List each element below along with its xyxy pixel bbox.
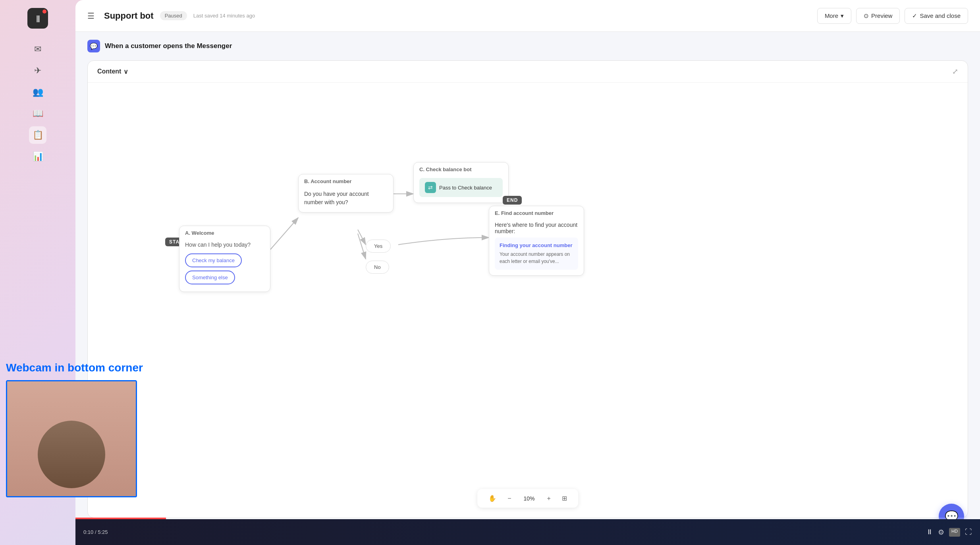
article-card: Finding your account number Your account… <box>495 238 578 270</box>
header: ☰ Support bot Paused Last saved 14 minut… <box>75 0 980 32</box>
no-node: No <box>366 261 389 274</box>
webcam-overlay <box>6 380 137 497</box>
header-actions: More ▾ ⊙ Preview ✓ Save and close <box>817 8 968 24</box>
node-welcome: A. Welcome How can I help you today? Che… <box>179 226 270 292</box>
pause-button[interactable]: ⏸ <box>926 528 933 537</box>
article-body: Your account number appears on each lett… <box>500 251 573 265</box>
video-bottom-bar: 0:10 / 5:25 ⏸ ⚙ HD ⛶ <box>75 519 980 545</box>
welcome-node-body: How can I help you today? Check my balan… <box>179 238 270 292</box>
pass-to-label: Pass to Check balance <box>439 185 492 191</box>
no-button[interactable]: No <box>366 261 389 274</box>
article-title: Finding your account number <box>500 242 573 248</box>
find-account-body: Here's where to find your account number… <box>489 218 584 275</box>
zoom-unit: % <box>530 495 534 502</box>
menu-icon[interactable]: ☰ <box>87 11 95 21</box>
zoom-out-button[interactable]: − <box>504 493 514 504</box>
sidebar-item-campaigns[interactable]: ✈ <box>29 62 46 79</box>
check-balance-header: C. Check balance bot <box>414 162 508 175</box>
hand-tool-button[interactable]: ✋ <box>485 493 500 504</box>
content-header: Content ∨ ⤢ <box>88 61 968 83</box>
preview-button[interactable]: ⊙ Preview <box>856 8 900 24</box>
content-panel: Content ∨ ⤢ <box>87 60 968 518</box>
fullscreen-button[interactable]: ⛶ <box>965 528 972 537</box>
sidebar-item-bots[interactable]: 📋 <box>29 126 46 144</box>
sidebar-item-reports[interactable]: 📊 <box>29 148 46 165</box>
webcam-face <box>7 381 136 496</box>
node-check-balance: C. Check balance bot ⇄ Pass to Check bal… <box>413 162 509 203</box>
preview-circle-icon: ⊙ <box>864 12 869 19</box>
grid-button[interactable]: ⊞ <box>559 493 570 504</box>
bottom-toolbar: ✋ − 10% + ⊞ <box>477 489 578 508</box>
more-chevron-icon: ▾ <box>841 12 844 19</box>
trigger-text: When a customer opens the Messenger <box>105 42 232 50</box>
option-check-balance[interactable]: Check my balance <box>185 253 242 267</box>
video-time: 0:10 / 5:25 <box>83 529 108 535</box>
pass-icon: ⇄ <box>425 182 436 193</box>
expand-icon[interactable]: ⤢ <box>952 67 958 76</box>
sidebar-item-contacts[interactable]: 👥 <box>29 83 46 101</box>
save-close-button[interactable]: ✓ Save and close <box>905 8 968 24</box>
svg-line-1 <box>358 230 366 245</box>
app-logo[interactable] <box>27 8 48 29</box>
more-button[interactable]: More ▾ <box>817 8 851 24</box>
svg-line-2 <box>358 234 366 259</box>
find-account-header: E. Find account number <box>489 206 584 218</box>
find-account-message: Here's where to find your account number… <box>495 222 578 234</box>
hd-badge: HD <box>949 528 960 537</box>
webcam-label: Webcam in bottom corner <box>6 361 143 374</box>
yes-button[interactable]: Yes <box>366 240 391 253</box>
account-node-header: B. Account number <box>299 174 393 187</box>
flow-container: Content ∨ ⤢ <box>75 52 980 538</box>
sidebar-item-knowledge[interactable]: 📖 <box>29 105 46 122</box>
end-badge: END <box>503 196 522 205</box>
yes-node: Yes <box>366 240 391 253</box>
node-account-number: B. Account number Do you have your accou… <box>298 174 394 213</box>
settings-button[interactable]: ⚙ <box>938 528 944 537</box>
welcome-greeting: How can I help you today? <box>185 242 264 248</box>
content-dropdown[interactable]: Content ∨ <box>97 68 128 75</box>
flow-arrows-svg <box>88 83 968 516</box>
more-label: More <box>825 12 838 19</box>
status-badge: Paused <box>160 11 187 20</box>
account-message: Do you have your account number with you… <box>304 190 388 207</box>
notification-dot <box>42 10 46 14</box>
content-label-text: Content <box>97 68 121 75</box>
zoom-value: 10 <box>523 495 530 502</box>
flow-canvas: START A. Welcome How can I help you toda… <box>88 83 968 516</box>
canvas-area: 💬 When a customer opens the Messenger Co… <box>75 32 980 545</box>
account-node-body: Do you have your account number with you… <box>299 187 393 212</box>
preview-label: Preview <box>871 12 892 19</box>
welcome-node-header: A. Welcome <box>179 226 270 238</box>
webcam-person <box>38 421 105 488</box>
trigger-icon: 💬 <box>87 40 100 52</box>
checkmark-icon: ✓ <box>912 12 917 19</box>
pass-to-button[interactable]: ⇄ Pass to Check balance <box>419 178 503 197</box>
sidebar-item-inbox[interactable]: ✉ <box>29 41 46 58</box>
video-controls: ⏸ ⚙ HD ⛶ <box>926 528 972 537</box>
main-content: ☰ Support bot Paused Last saved 14 minut… <box>75 0 980 545</box>
save-close-label: Save and close <box>920 12 961 19</box>
bot-title: Support bot <box>104 11 154 21</box>
node-find-account: E. Find account number Here's where to f… <box>489 206 584 276</box>
trigger-bar: 💬 When a customer opens the Messenger <box>75 32 980 52</box>
last-saved-text: Last saved 14 minutes ago <box>193 13 811 19</box>
content-chevron-icon: ∨ <box>123 68 128 75</box>
check-balance-body: ⇄ Pass to Check balance <box>414 175 508 203</box>
zoom-display: 10% <box>519 495 539 502</box>
option-something-else[interactable]: Something else <box>185 271 235 284</box>
zoom-in-button[interactable]: + <box>544 493 554 504</box>
